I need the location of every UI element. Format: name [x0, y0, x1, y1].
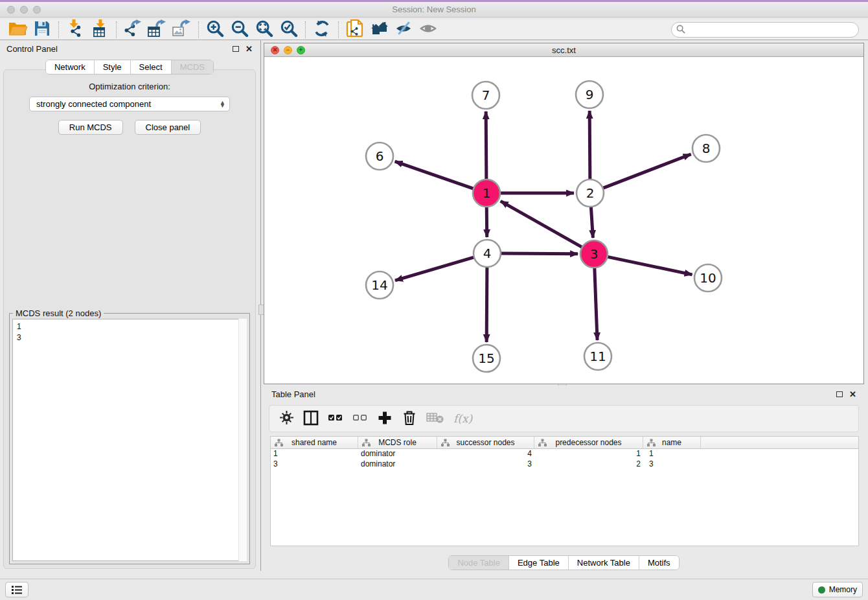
- export-image-button[interactable]: [170, 20, 194, 40]
- zoom-in-button[interactable]: [203, 20, 227, 40]
- zoom-fit-button[interactable]: [252, 20, 277, 40]
- node-10[interactable]: 10: [694, 264, 722, 292]
- edge-4-3[interactable]: [499, 253, 578, 254]
- node-7[interactable]: 7: [472, 82, 499, 109]
- node-4[interactable]: 4: [474, 240, 501, 267]
- mcds-result-text[interactable]: 1 3: [12, 319, 247, 561]
- edge-2-9[interactable]: [589, 111, 590, 181]
- table-cell[interactable]: 1: [534, 449, 643, 459]
- delete-table-button[interactable]: [426, 410, 444, 427]
- column-header-shared-name[interactable]: shared name: [271, 437, 358, 448]
- tab-edge-table[interactable]: Edge Table: [509, 556, 569, 570]
- memory-status-dot: [818, 586, 825, 594]
- tab-network-table[interactable]: Network Table: [569, 556, 639, 570]
- tab-mcds[interactable]: MCDS: [172, 60, 213, 74]
- app-window: Session: New Session Control Panel ✕ Net…: [0, 0, 868, 600]
- edge-1-7[interactable]: [486, 111, 486, 181]
- table-row[interactable]: 3dominator323: [271, 459, 858, 470]
- export-network-button[interactable]: [120, 20, 145, 40]
- column-sort-icon: [275, 439, 283, 449]
- import-table-button[interactable]: [87, 20, 112, 40]
- vertical-splitter[interactable]: [260, 40, 263, 571]
- tab-node-table[interactable]: Node Table: [449, 556, 509, 570]
- node-15[interactable]: 15: [473, 345, 500, 372]
- export-image-icon: [172, 19, 192, 40]
- mcds-result-scrollbar[interactable]: [238, 319, 247, 561]
- column-header-name[interactable]: name: [643, 437, 701, 448]
- delete-column-button[interactable]: [402, 410, 417, 427]
- node-label: 15: [478, 351, 494, 366]
- edge-4-15[interactable]: [486, 266, 487, 342]
- node-table-header: shared nameMCDS rolesuccessor nodesprede…: [271, 437, 858, 449]
- column-header-predecessor-nodes[interactable]: predecessor nodes: [534, 437, 643, 448]
- export-table-button[interactable]: [145, 20, 170, 40]
- tab-motifs[interactable]: Motifs: [639, 556, 679, 570]
- table-cell[interactable]: 3: [643, 459, 701, 470]
- tab-select[interactable]: Select: [131, 60, 172, 74]
- edge-1-6[interactable]: [395, 161, 475, 189]
- function-builder-button[interactable]: f(x): [453, 410, 472, 427]
- task-history-button[interactable]: [5, 582, 29, 597]
- save-session-button[interactable]: [30, 20, 54, 40]
- node-1[interactable]: 1: [473, 179, 500, 207]
- edge-1-4[interactable]: [486, 205, 487, 237]
- float-table-panel-icon[interactable]: [836, 391, 843, 397]
- tab-network[interactable]: Network: [46, 60, 95, 74]
- network-canvas[interactable]: 7968124314101511: [264, 57, 863, 384]
- close-table-panel-icon[interactable]: ✕: [849, 390, 856, 398]
- column-header-successor-nodes[interactable]: successor nodes: [437, 437, 534, 448]
- edge-3-11[interactable]: [595, 266, 597, 340]
- table-cell[interactable]: 1: [643, 449, 701, 459]
- node-9[interactable]: 9: [576, 81, 603, 108]
- table-settings-button[interactable]: [279, 410, 294, 427]
- zoom-selected-button[interactable]: [277, 20, 301, 40]
- edge-3-10[interactable]: [606, 257, 692, 275]
- float-panel-icon[interactable]: [233, 46, 239, 52]
- add-column-button[interactable]: [377, 410, 393, 427]
- close-panel-button[interactable]: Close panel: [135, 120, 201, 135]
- refresh-layout-button[interactable]: [310, 20, 334, 40]
- table-cell[interactable]: 1: [271, 449, 358, 459]
- edge-2-3[interactable]: [591, 205, 593, 238]
- node-11[interactable]: 11: [584, 343, 611, 370]
- open-session-button[interactable]: [5, 20, 30, 40]
- table-cell[interactable]: dominator: [358, 449, 437, 459]
- table-toolbar: f(x): [269, 405, 859, 432]
- table-row[interactable]: 1dominator411: [271, 449, 858, 459]
- edge-4-14[interactable]: [395, 257, 475, 281]
- node-14[interactable]: 14: [366, 271, 393, 299]
- table-tabs: Node TableEdge TableNetwork TableMotifs: [264, 555, 864, 570]
- zoom-out-button[interactable]: [227, 20, 252, 40]
- column-header-MCDS-role[interactable]: MCDS role: [358, 437, 437, 448]
- show-all-button[interactable]: [417, 20, 441, 40]
- table-cell[interactable]: 3: [271, 459, 358, 470]
- select-all-rows-button[interactable]: [328, 410, 343, 427]
- node-2[interactable]: 2: [577, 179, 604, 207]
- optimization-criterion-select[interactable]: strongly connected component ▲▼: [29, 97, 230, 111]
- table-cell[interactable]: dominator: [358, 459, 437, 470]
- node-3[interactable]: 3: [580, 240, 608, 268]
- optimization-criterion-value: strongly connected component: [36, 99, 151, 109]
- deselect-all-rows-button[interactable]: [352, 410, 368, 427]
- edge-2-8[interactable]: [602, 154, 691, 189]
- node-8[interactable]: 8: [692, 135, 720, 162]
- edge-3-1[interactable]: [501, 201, 584, 248]
- copy-network-button[interactable]: [343, 20, 367, 40]
- import-network-button[interactable]: [63, 20, 87, 40]
- table-cell[interactable]: 2: [534, 459, 643, 470]
- check-boxes-icon: [328, 414, 343, 424]
- search-input[interactable]: [671, 22, 859, 38]
- table-cell[interactable]: 4: [437, 449, 534, 459]
- table-cell[interactable]: 3: [437, 459, 534, 470]
- network-window-titlebar: ✕ − + scc.txt: [264, 43, 863, 57]
- close-panel-icon[interactable]: ✕: [246, 45, 253, 53]
- memory-button[interactable]: Memory: [812, 582, 863, 597]
- tab-style[interactable]: Style: [95, 60, 131, 74]
- run-mcds-button[interactable]: Run MCDS: [58, 120, 123, 135]
- column-chooser-button[interactable]: [303, 410, 319, 427]
- node-6[interactable]: 6: [366, 143, 393, 170]
- hide-selected-button[interactable]: [392, 20, 417, 40]
- node-label: 14: [371, 277, 387, 293]
- export-table-icon: [148, 19, 167, 40]
- neighborhood-button[interactable]: [367, 20, 392, 40]
